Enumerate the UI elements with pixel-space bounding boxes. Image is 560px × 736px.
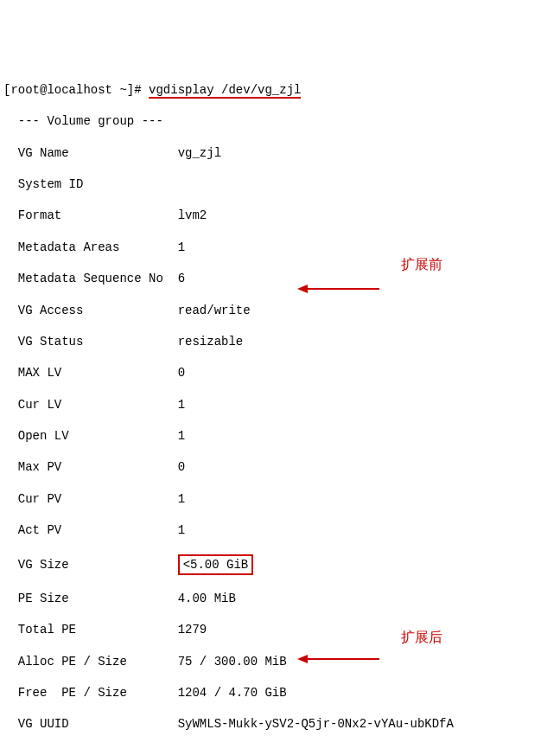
terminal-output: [root@localhost ~]# vgdisplay /dev/vg_zj…: [3, 67, 557, 736]
vg-access-label: VG Access: [3, 304, 178, 317]
vg-size-value-before: <5.00 GiB: [178, 554, 254, 575]
meta-seq-value: 6: [178, 272, 185, 285]
annotation-before: 扩展前: [401, 256, 442, 274]
meta-seq-label: Metadata Sequence No: [3, 272, 178, 285]
act-pv-label: Act PV: [3, 523, 178, 537]
cur-lv-value: 1: [178, 398, 185, 412]
open-lv-label: Open LV: [3, 429, 178, 443]
vg-name-label: VG Name: [3, 146, 178, 160]
alloc-pe-label: Alloc PE / Size: [3, 655, 178, 669]
act-pv-value: 1: [178, 523, 185, 537]
command-vgdisplay: vgdisplay /dev/vg_zjl: [149, 83, 301, 99]
free-pe-label: Free PE / Size: [3, 686, 178, 700]
format-label: Format: [3, 208, 178, 222]
cur-pv-value: 1: [178, 492, 185, 506]
max-lv-label: MAX LV: [3, 366, 178, 380]
vg-status-label: VG Status: [3, 335, 178, 349]
meta-areas-value: 1: [178, 240, 185, 254]
arrow-icon: [297, 265, 384, 302]
pe-size-label: PE Size: [3, 592, 178, 605]
total-pe-label: Total PE: [3, 623, 178, 637]
max-pv-value: 0: [178, 460, 185, 474]
vg-access-value: read/write: [178, 304, 251, 317]
vg-size-label: VG Size: [3, 558, 178, 572]
pe-size-value: 4.00 MiB: [178, 592, 236, 605]
cur-lv-label: Cur LV: [3, 398, 178, 412]
open-lv-value: 1: [178, 429, 185, 443]
cur-pv-label: Cur PV: [3, 492, 178, 506]
max-pv-label: Max PV: [3, 460, 178, 474]
format-value: lvm2: [178, 208, 207, 222]
vg-status-value: resizable: [178, 335, 244, 349]
vg-uuid-label: VG UUID: [3, 717, 178, 731]
meta-areas-label: Metadata Areas: [3, 240, 178, 254]
annotation-after: 扩展后: [401, 629, 442, 647]
total-pe-value: 1279: [178, 623, 207, 637]
vg-uuid-value: SyWMLS-Mukk-ySV2-Q5jr-0Nx2-vYAu-ubKDfA: [178, 717, 454, 731]
max-lv-value: 0: [178, 366, 185, 380]
arrow-icon: [297, 635, 384, 672]
free-pe-value: 1204 / 4.70 GiB: [178, 686, 287, 700]
system-id: System ID: [3, 176, 557, 192]
alloc-pe-value: 75 / 300.00 MiB: [178, 655, 287, 669]
prompt: [root@localhost ~]#: [3, 83, 149, 97]
vg-name-value: vg_zjl: [178, 146, 221, 160]
svg-marker-1: [297, 285, 308, 293]
svg-marker-3: [297, 655, 308, 663]
vg-header: --- Volume group ---: [3, 113, 557, 129]
